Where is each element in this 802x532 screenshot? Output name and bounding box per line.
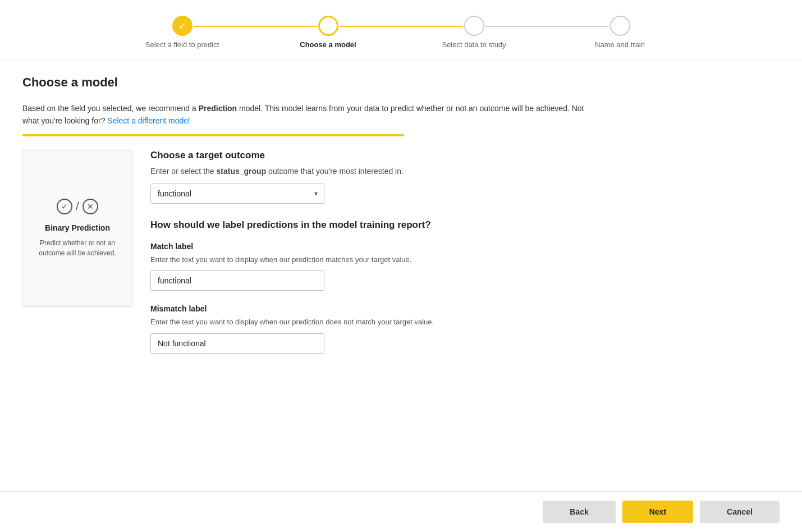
step-circle-3 [464, 16, 484, 36]
stepper-step-2[interactable]: Choose a model [255, 16, 401, 49]
match-label-section: Match label Enter the text you want to d… [150, 242, 595, 291]
target-outcome-desc: Enter or select the status_group outcome… [150, 167, 595, 176]
stepper-step-4[interactable]: Name and train [547, 16, 693, 49]
mismatch-label-input[interactable] [150, 333, 324, 354]
recommendation-text: Based on the field you selected, we reco… [22, 102, 595, 127]
stepper-step-3[interactable]: Select data to study [401, 16, 547, 49]
step-circle-2 [318, 16, 338, 36]
next-button[interactable]: Next [622, 501, 693, 523]
match-label-title: Match label [150, 242, 595, 251]
cancel-button[interactable]: Cancel [700, 501, 780, 523]
main-content: Choose a model Based on the field you se… [0, 59, 617, 423]
model-card-description: Predict whether or not an outcome will b… [32, 238, 123, 258]
check-circle-icon: ✓ [57, 199, 72, 214]
select-different-model-link[interactable]: Select a different model [107, 116, 190, 125]
step-circle-4 [610, 16, 630, 36]
step-label-2: Choose a model [300, 40, 356, 49]
target-outcome-dropdown[interactable]: functional functional needs repair non f… [150, 184, 324, 204]
model-card-title: Binary Prediction [45, 223, 110, 232]
model-config-row: ✓ / ✕ Binary Prediction Predict whether … [22, 150, 595, 367]
back-button[interactable]: Back [543, 501, 615, 523]
step-label-3: Select data to study [442, 40, 506, 49]
slash-icon: / [76, 200, 79, 213]
gold-bar [22, 134, 404, 136]
stepper-step-1[interactable]: ✓ Select a field to predict [109, 16, 255, 49]
target-outcome-dropdown-wrapper: functional functional needs repair non f… [150, 184, 324, 204]
mismatch-label-desc: Enter the text you want to display when … [150, 317, 595, 328]
step-label-1: Select a field to predict [145, 40, 219, 49]
config-panel: Choose a target outcome Enter or select … [150, 150, 595, 367]
recommendation-model: Prediction [199, 104, 237, 113]
match-label-desc: Enter the text you want to display when … [150, 254, 595, 265]
mismatch-label-section: Mismatch label Enter the text you want t… [150, 304, 595, 354]
label-predictions-title: How should we label predictions in the m… [150, 219, 595, 231]
stepper: ✓ Select a field to predict Choose a mod… [0, 0, 802, 59]
footer: Back Next Cancel [0, 491, 802, 532]
target-outcome-title: Choose a target outcome [150, 150, 595, 161]
step-label-4: Name and train [595, 40, 645, 49]
x-circle-icon: ✕ [83, 199, 98, 214]
mismatch-label-title: Mismatch label [150, 304, 595, 313]
match-label-input[interactable] [150, 270, 324, 291]
page-title: Choose a model [22, 75, 595, 90]
binary-icon: ✓ / ✕ [57, 199, 98, 214]
step-circle-1: ✓ [172, 16, 193, 36]
model-card: ✓ / ✕ Binary Prediction Predict whether … [22, 150, 132, 307]
field-name: status_group [217, 167, 267, 176]
